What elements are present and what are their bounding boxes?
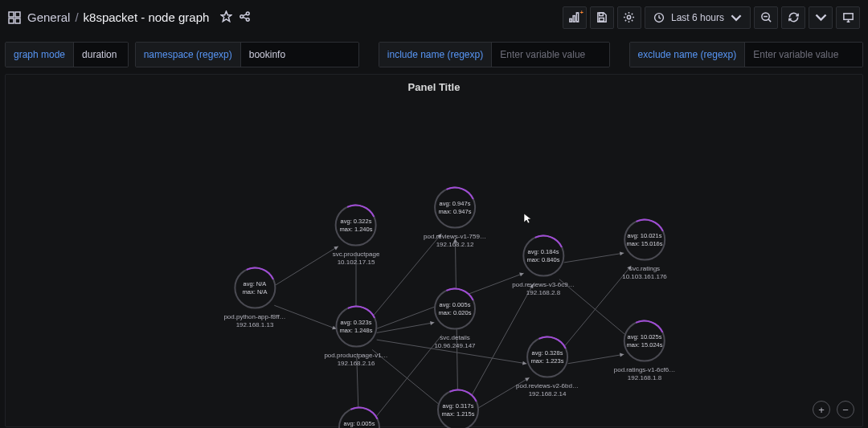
var-label: namespace (regexp) <box>136 43 241 67</box>
page-title[interactable]: k8spacket - node graph <box>84 10 210 24</box>
node-caption: svc.details10.96.249.147 <box>434 334 475 350</box>
node-ring: avg: 0.323smax: 1.248s <box>335 306 377 348</box>
graph-edges <box>6 99 862 426</box>
var-label: include name (regexp) <box>379 43 492 67</box>
node-max: max: 1.223s <box>531 357 564 365</box>
star-icon[interactable] <box>220 10 232 25</box>
share-icon[interactable] <box>239 10 251 25</box>
node-ring: avg: 0.184smax: 0.840s <box>522 235 564 277</box>
node-ring: avg: 0.947smax: 0.947s <box>434 187 476 229</box>
node-caption: pod.ratings-v1-6cf6…192.168.1.8 <box>614 366 675 382</box>
node-max: max: 1.240s <box>340 226 373 234</box>
svg-rect-14 <box>600 18 604 21</box>
graph-node[interactable]: avg: 0.322smax: 1.240ssvc.productpage10.… <box>333 205 380 267</box>
node-caption: svc.ratings10.103.161.176 <box>622 265 667 281</box>
graph-node[interactable]: avg: 0.005smax: 0.020spod.details-v1-7f4… <box>329 407 390 429</box>
node-caption: pod.reviews-v2-6bd…192.168.2.14 <box>516 382 579 398</box>
node-avg: avg: 0.322s <box>341 218 372 226</box>
svg-rect-11 <box>574 16 575 22</box>
var-include[interactable]: include name (regexp) <box>379 42 610 67</box>
settings-button[interactable] <box>617 6 641 29</box>
graph-node[interactable]: avg: 0.947smax: 0.947spod.reviews-v1-759… <box>424 187 486 249</box>
node-avg: avg: 0.005s <box>344 420 375 428</box>
node-ring: avg: 0.317smax: 1.215s <box>437 389 479 429</box>
node-max: max: 15.024s <box>626 341 662 349</box>
variable-bar: graph mode duration namespace (regexp) i… <box>0 35 868 74</box>
include-input[interactable] <box>492 43 609 67</box>
svg-rect-2 <box>9 18 14 23</box>
graph-node[interactable]: avg: 0.317smax: 1.215ssvc.reviews10.98.1… <box>437 389 479 429</box>
graph-node[interactable]: avg: 0.323smax: 1.248spod.productpage-v1… <box>324 306 387 368</box>
refresh-button[interactable] <box>781 6 805 29</box>
svg-rect-20 <box>843 14 852 20</box>
graph-node[interactable]: avg: 10.021smax: 15.016ssvc.ratings10.10… <box>622 219 667 281</box>
node-max: max: N/A <box>243 288 268 296</box>
node-ring: avg: 10.025smax: 15.024s <box>624 320 665 362</box>
add-panel-button[interactable]: + <box>563 6 587 29</box>
svg-rect-10 <box>570 18 571 22</box>
node-avg: avg: 10.025s <box>628 333 662 341</box>
var-namespace[interactable]: namespace (regexp) <box>135 42 360 67</box>
node-ring: avg: 0.328smax: 1.223s <box>526 336 568 378</box>
time-picker[interactable]: Last 6 hours <box>645 6 751 29</box>
chevron-down-icon <box>815 11 827 23</box>
svg-marker-4 <box>221 10 231 21</box>
node-caption: svc.productpage10.102.17.15 <box>333 251 380 267</box>
svg-point-15 <box>628 15 631 18</box>
svg-point-7 <box>247 18 250 21</box>
svg-rect-12 <box>577 13 579 22</box>
zoom-out-button[interactable]: − <box>837 401 854 418</box>
node-ring: avg: 10.021smax: 15.016s <box>624 219 665 261</box>
node-max: max: 15.016s <box>626 240 662 248</box>
svg-line-9 <box>244 17 247 18</box>
node-max: max: 1.215s <box>442 410 475 418</box>
svg-rect-3 <box>15 18 20 23</box>
svg-rect-13 <box>600 13 604 16</box>
cycle-view-button[interactable] <box>836 6 860 29</box>
namespace-input[interactable] <box>241 43 359 67</box>
plus-icon: + <box>580 10 583 15</box>
zoom-controls: + − <box>813 401 854 418</box>
graph-node[interactable]: avg: 0.328smax: 1.223spod.reviews-v2-6bd… <box>516 336 579 398</box>
node-max: max: 0.947s <box>439 208 472 216</box>
node-caption: pod.python-app-f8ff…192.168.1.13 <box>223 313 285 329</box>
node-caption: pod.reviews-v3-6c9…192.168.2.8 <box>512 281 574 297</box>
node-avg: avg: N/A <box>244 280 267 288</box>
panel-title[interactable]: Panel Title <box>6 75 862 96</box>
node-ring: avg: 0.005smax: 0.020s <box>338 407 380 429</box>
node-caption: pod.productpage-v1…192.168.2.16 <box>324 352 387 368</box>
chevron-down-icon <box>731 12 742 23</box>
zoom-out-time-button[interactable] <box>754 6 778 29</box>
node-max: max: 0.840s <box>527 256 560 264</box>
var-graph-mode[interactable]: graph mode duration <box>5 42 129 67</box>
var-exclude[interactable]: exclude name (regexp) <box>629 42 863 67</box>
node-ring: avg: 0.005smax: 0.020s <box>434 288 476 330</box>
save-button[interactable] <box>590 6 614 29</box>
node-caption: pod.reviews-v1-759…192.168.2.12 <box>424 233 486 249</box>
graph-node[interactable]: avg: 0.184smax: 0.840spod.reviews-v3-6c9… <box>512 235 574 297</box>
breadcrumb-folder[interactable]: General <box>27 10 70 24</box>
node-graph-panel: Panel Title avg: N/Amax: N/Apod.python-a… <box>5 74 863 427</box>
node-max: max: 1.248s <box>340 327 373 335</box>
svg-line-19 <box>768 19 770 22</box>
graph-node[interactable]: avg: 0.005smax: 0.020ssvc.details10.96.2… <box>434 288 476 350</box>
var-label: exclude name (regexp) <box>630 43 746 67</box>
graph-node[interactable]: avg: N/Amax: N/Apod.python-app-f8ff…192.… <box>223 267 285 329</box>
zoom-in-button[interactable]: + <box>813 401 830 418</box>
dashboard-icon[interactable] <box>8 11 21 24</box>
var-label: graph mode <box>6 43 74 67</box>
node-avg: avg: 0.005s <box>440 301 471 309</box>
exclude-input[interactable] <box>745 43 862 67</box>
node-avg: avg: 0.328s <box>532 349 563 357</box>
node-avg: avg: 10.021s <box>628 232 662 240</box>
svg-line-8 <box>244 14 247 15</box>
svg-rect-0 <box>9 12 14 17</box>
var-value[interactable]: duration <box>74 43 128 67</box>
node-ring: avg: 0.322smax: 1.240s <box>335 205 377 247</box>
node-graph-canvas[interactable]: avg: N/Amax: N/Apod.python-app-f8ff…192.… <box>6 99 862 426</box>
graph-node[interactable]: avg: 10.025smax: 15.024spod.ratings-v1-6… <box>614 320 675 382</box>
topbar: General / k8spacket - node graph + Last … <box>0 0 868 35</box>
refresh-interval-button[interactable] <box>809 6 833 29</box>
time-range-label: Last 6 hours <box>671 12 724 23</box>
node-avg: avg: 0.947s <box>440 200 471 208</box>
